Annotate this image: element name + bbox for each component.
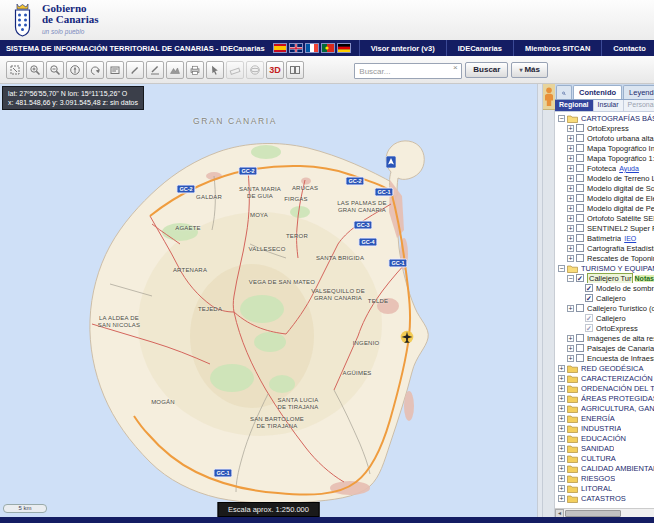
- tree-expander-icon[interactable]: +: [567, 185, 574, 192]
- tree-expander-icon[interactable]: +: [567, 355, 574, 362]
- spherical-view-button[interactable]: [246, 61, 264, 79]
- tree-expander-icon[interactable]: +: [567, 125, 574, 132]
- tree-item[interactable]: ✓Callejero: [555, 313, 654, 323]
- layer-checkbox[interactable]: [576, 344, 584, 352]
- tree-item[interactable]: +SANIDAD: [555, 443, 654, 453]
- layer-checkbox[interactable]: [576, 184, 584, 192]
- layer-checkbox[interactable]: [576, 204, 584, 212]
- layer-checkbox[interactable]: [576, 134, 584, 142]
- draw-measure-button[interactable]: [146, 61, 164, 79]
- tree-expander-icon[interactable]: −: [558, 115, 565, 122]
- tree-item[interactable]: +RED GEODÉSICA: [555, 363, 654, 373]
- subtab-personalizada[interactable]: Personalizada: [624, 100, 654, 111]
- layer-checkbox[interactable]: [576, 354, 584, 362]
- zoom-out-button[interactable]: [46, 61, 64, 79]
- tree-expander-icon[interactable]: +: [567, 255, 574, 262]
- tree-item[interactable]: +ORDENACIÓN DEL TERRITORIO: [555, 383, 654, 393]
- layer-checkbox[interactable]: ✓: [585, 324, 593, 332]
- tree-expander-icon[interactable]: +: [567, 235, 574, 242]
- tree-item[interactable]: +AGRICULTURA, GANADERÍA: [555, 403, 654, 413]
- layer-checkbox[interactable]: [576, 234, 584, 242]
- tree-item[interactable]: +RIESGOS: [555, 473, 654, 483]
- tree-expander-icon[interactable]: +: [558, 455, 565, 462]
- layer-checkbox[interactable]: [576, 174, 584, 182]
- layer-checkbox[interactable]: [576, 194, 584, 202]
- tree-item[interactable]: +Modelo digital de Elevaciones: [555, 193, 654, 203]
- search-button[interactable]: Buscar: [465, 62, 508, 78]
- tree-item[interactable]: +Callejero Turístico (ortofoto): [555, 303, 654, 313]
- tree-item[interactable]: +EDUCACIÓN: [555, 433, 654, 443]
- flag-pt-icon[interactable]: [321, 43, 335, 53]
- print-button[interactable]: [186, 61, 204, 79]
- gobierno-de-canarias-logo[interactable]: Gobierno de Canarias un solo pueblo: [9, 3, 99, 37]
- feature-query-button[interactable]: [206, 61, 224, 79]
- split-view-button[interactable]: [286, 61, 304, 79]
- tree-expander-icon[interactable]: +: [567, 245, 574, 252]
- tree-item[interactable]: +Ortofoto urbana alta resolución: [555, 133, 654, 143]
- tree-expander-icon[interactable]: −: [567, 275, 574, 282]
- tree-expander-icon[interactable]: +: [567, 155, 574, 162]
- layer-checkbox[interactable]: [576, 154, 584, 162]
- tree-item[interactable]: +Modelo digital de Pendientes: [555, 203, 654, 213]
- tree-item[interactable]: ✓Modelo de sombras: [555, 283, 654, 293]
- flag-en-icon[interactable]: [289, 43, 303, 53]
- tree-expander-icon[interactable]: +: [567, 335, 574, 342]
- layer-checkbox[interactable]: [576, 254, 584, 262]
- tab-search[interactable]: [556, 85, 572, 99]
- coordinates-info-button[interactable]: [106, 61, 124, 79]
- tree-item[interactable]: +CATASTROS: [555, 493, 654, 503]
- tree-item[interactable]: +ÁREAS PROTEGIDAS: [555, 393, 654, 403]
- layer-checkbox[interactable]: ✓: [576, 274, 584, 282]
- user-profile-button[interactable]: [543, 84, 555, 110]
- layer-checkbox[interactable]: ✓: [585, 284, 593, 292]
- subtab-regional[interactable]: Regional: [555, 100, 594, 111]
- tree-expander-icon[interactable]: +: [558, 365, 565, 372]
- tree-expander-icon[interactable]: +: [558, 415, 565, 422]
- tree-item[interactable]: +Cartografía Estadística de Canarias: [555, 243, 654, 253]
- view-3d-button[interactable]: 3D: [266, 61, 284, 79]
- tree-item[interactable]: +FototecaAyuda: [555, 163, 654, 173]
- draw-sketch-button[interactable]: [126, 61, 144, 79]
- layer-checkbox[interactable]: [576, 164, 584, 172]
- tab-contenido[interactable]: Contenido: [573, 85, 622, 99]
- tree-item[interactable]: +BatimetríaIEO: [555, 233, 654, 243]
- tree-item[interactable]: +Modelo digital de Sombras: [555, 183, 654, 193]
- tree-item[interactable]: −TURISMO Y EQUIPAMIENTOS: [555, 263, 654, 273]
- tree-expander-icon[interactable]: +: [567, 145, 574, 152]
- tree-item[interactable]: +OrtoExpress: [555, 123, 654, 133]
- horizontal-scrollbar[interactable]: ◂: [555, 508, 654, 517]
- flag-de-icon[interactable]: [337, 43, 351, 53]
- tree-expander-icon[interactable]: +: [558, 465, 565, 472]
- tree-expander-icon[interactable]: +: [558, 435, 565, 442]
- tree-expander-icon[interactable]: +: [567, 305, 574, 312]
- airport-icon[interactable]: [400, 330, 414, 344]
- tree-item[interactable]: +CARACTERIZACIÓN DEL SUELO: [555, 373, 654, 383]
- tree-expander-icon[interactable]: +: [558, 375, 565, 382]
- tree-item[interactable]: +Encuesta de Infraestructuras: [555, 353, 654, 363]
- tree-expander-icon[interactable]: −: [558, 265, 565, 272]
- tree-expander-icon[interactable]: +: [558, 495, 565, 502]
- tree-item[interactable]: +CULTURA: [555, 453, 654, 463]
- layer-checkbox[interactable]: [576, 124, 584, 132]
- layer-checkbox[interactable]: [576, 334, 584, 342]
- layer-checkbox[interactable]: [576, 214, 584, 222]
- layer-checkbox[interactable]: [576, 224, 584, 232]
- tree-item[interactable]: +INDUSTRIA: [555, 423, 654, 433]
- subtab-insular[interactable]: Insular: [594, 100, 624, 111]
- tree-item[interactable]: +Ortofoto Satélite SENTINEL2: [555, 213, 654, 223]
- tree-expander-icon[interactable]: +: [567, 165, 574, 172]
- tree-expander-icon[interactable]: +: [558, 395, 565, 402]
- previous-view-button[interactable]: [86, 61, 104, 79]
- tree-expander-icon[interactable]: +: [558, 475, 565, 482]
- tree-expander-icon[interactable]: +: [567, 225, 574, 232]
- tree-item[interactable]: +Mapa Topográfico 1:20.000: [555, 153, 654, 163]
- tree-expander-icon[interactable]: +: [567, 205, 574, 212]
- tree-expander-icon[interactable]: +: [567, 195, 574, 202]
- tree-item[interactable]: +CALIDAD AMBIENTAL: [555, 463, 654, 473]
- tree-expander-icon[interactable]: +: [558, 485, 565, 492]
- nav-link-idecanarias[interactable]: IDECanarias: [446, 40, 513, 56]
- tree-expander-icon[interactable]: +: [567, 135, 574, 142]
- measure-area-button[interactable]: [226, 61, 244, 79]
- tree-item[interactable]: −CARTOGRAFÍAS BÁSICAS: [555, 113, 654, 123]
- zoom-in-button[interactable]: [26, 61, 44, 79]
